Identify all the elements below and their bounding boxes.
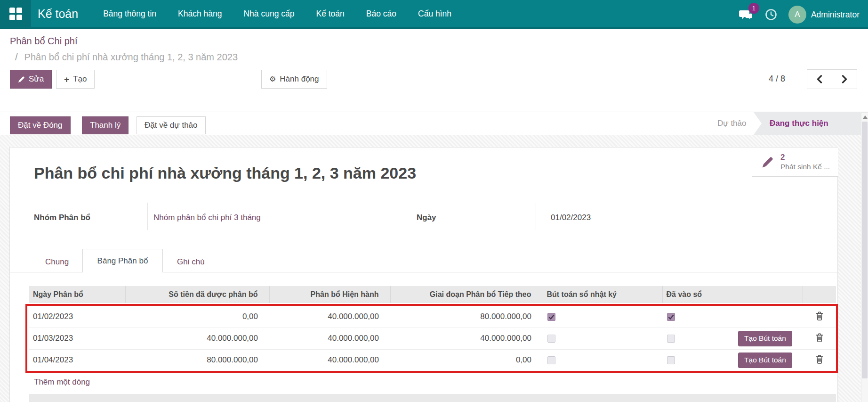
record-title: Phân bổ chi phí nhà xưởng tháng 1, 2, 3 … [34, 164, 416, 182]
col-header-posted: Đã vào sổ [662, 286, 728, 303]
table-row[interactable]: 01/02/2023 0,00 40.000.000,00 80.000.000… [29, 306, 836, 328]
top-navbar: Kế toán Bảng thông tin Khách hàng Nhà cu… [0, 0, 868, 29]
form-statusbar: Đặt về Đóng Thanh lý Đặt về dự thảo Dự t… [0, 112, 868, 135]
journal-items-smart-button[interactable]: 2 Phát sinh Kế ... [752, 148, 838, 177]
col-header-allocated: Số tiền đã được phân bổ [125, 286, 269, 303]
delete-row-button[interactable] [815, 354, 824, 366]
navbar-right: 1 A Administrator [738, 0, 860, 29]
control-panel: Phân bổ Chi phí /Phân bổ chi phí nhà xưở… [0, 31, 868, 112]
date-label: Ngày [417, 213, 436, 222]
menu-accounting[interactable]: Kế toán [305, 0, 355, 27]
cell-allocated: 80.000.000,00 [125, 349, 269, 371]
liquidate-button[interactable]: Thanh lý [82, 116, 129, 134]
allocation-table-body: 01/02/2023 0,00 40.000.000,00 80.000.000… [29, 306, 836, 371]
main-menu: Bảng thông tin Khách hàng Nhà cung cấp K… [92, 0, 462, 27]
cell-date: 01/04/2023 [29, 349, 125, 371]
delete-row-button[interactable] [815, 332, 824, 345]
action-menu-button[interactable]: ⚙ Hành động [261, 70, 327, 89]
state-running[interactable]: Đang thực hiện [754, 112, 868, 135]
apps-menu-button[interactable] [0, 0, 31, 28]
vertical-scrollbar[interactable] [861, 113, 868, 402]
posted-checkbox[interactable] [667, 356, 675, 364]
avatar: A [788, 6, 806, 24]
cell-next: 40.000.000,00 [390, 328, 543, 349]
breadcrumb-parent[interactable]: Phân bổ Chi phí [10, 36, 77, 47]
set-to-closed-button[interactable]: Đặt về Đóng [10, 116, 71, 134]
pencil-icon [18, 76, 25, 83]
pager-next-button[interactable] [832, 69, 857, 89]
date-value: 01/02/2023 [551, 213, 591, 222]
cell-allocated: 40.000.000,00 [125, 328, 269, 349]
chevron-right-icon [841, 75, 848, 83]
chevron-left-icon [816, 75, 823, 83]
cell-current: 40.000.000,00 [269, 328, 390, 349]
cell-date: 01/02/2023 [29, 306, 125, 328]
user-menu[interactable]: A Administrator [788, 6, 860, 24]
smart-button-text: 2 Phát sinh Kế ... [780, 152, 830, 172]
trash-icon [816, 355, 823, 364]
plus-icon: + [64, 75, 69, 84]
smart-button-label: Phát sinh Kế ... [780, 162, 830, 171]
posted-checkbox[interactable] [667, 335, 675, 343]
pager-previous-button[interactable] [807, 69, 832, 89]
create-entry-button[interactable]: Tạo Bút toán [738, 353, 792, 368]
breadcrumb-separator: / [15, 52, 18, 62]
user-name: Administrator [811, 10, 860, 20]
add-line-link[interactable]: Thêm một dòng [34, 377, 90, 387]
breadcrumb-current: /Phân bổ chi phí nhà xưởng tháng 1, 2, 3… [15, 52, 238, 63]
table-row[interactable]: 01/03/2023 40.000.000,00 40.000.000,00 4… [29, 328, 836, 349]
odoo-screen: Kế toán Bảng thông tin Khách hàng Nhà cu… [0, 0, 868, 402]
activity-clock-icon[interactable] [765, 8, 777, 21]
col-header-journal-entry: Bút toán sổ nhật ký [543, 286, 662, 303]
scrollbar-thumb[interactable] [862, 122, 868, 378]
check-icon [668, 314, 674, 320]
posted-checkbox[interactable] [667, 313, 675, 321]
col-header-date: Ngày Phân bổ [29, 286, 125, 303]
cell-current: 40.000.000,00 [269, 306, 390, 328]
set-to-draft-button[interactable]: Đặt về dự thảo [137, 116, 206, 134]
pager [807, 69, 857, 89]
allocation-group-value[interactable]: Nhóm phân bổ chi phí 3 tháng [153, 213, 261, 222]
journal-entry-checkbox[interactable] [547, 313, 555, 321]
cell-next: 0,00 [390, 349, 543, 371]
next-section-strip [29, 394, 836, 402]
tab-general[interactable]: Chung [45, 257, 69, 267]
message-count-badge: 1 [748, 3, 759, 14]
journal-entry-checkbox[interactable] [547, 335, 555, 343]
gear-icon: ⚙ [269, 75, 276, 83]
pager-counter: 4 / 8 [769, 74, 785, 84]
field-separator [147, 203, 148, 230]
edit-button[interactable]: Sửa [10, 70, 52, 89]
col-header-delete [803, 286, 836, 303]
app-name[interactable]: Kế toán [38, 7, 78, 21]
journal-entry-checkbox[interactable] [547, 356, 555, 364]
cell-date: 01/03/2023 [29, 328, 125, 349]
menu-reports[interactable]: Báo cáo [355, 0, 407, 27]
messages-button[interactable]: 1 [738, 7, 754, 23]
trash-icon [816, 312, 823, 320]
allocation-group-label: Nhóm Phân bổ [34, 213, 90, 222]
create-entry-button[interactable]: Tạo Bút toán [738, 331, 792, 346]
col-header-current: Phân bổ Hiện hành [269, 286, 390, 303]
allocation-table-header: Ngày Phân bổ Số tiền đã được phân bổ Phâ… [29, 286, 836, 303]
field-separator [536, 203, 536, 230]
state-draft[interactable]: Dự thảo [717, 119, 746, 128]
smart-button-count: 2 [780, 152, 830, 162]
col-header-action [728, 286, 803, 303]
tab-allocation-table[interactable]: Bảng Phân bổ [82, 249, 163, 272]
delete-row-button[interactable] [815, 311, 824, 323]
cell-next: 80.000.000,00 [390, 306, 543, 328]
trash-icon [816, 333, 823, 342]
menu-dashboard[interactable]: Bảng thông tin [92, 0, 167, 27]
pencil-icon [762, 156, 774, 168]
cell-current: 40.000.000,00 [269, 349, 390, 371]
table-row[interactable]: 01/04/2023 80.000.000,00 40.000.000,00 0… [29, 349, 836, 371]
menu-configuration[interactable]: Cấu hình [407, 0, 462, 27]
apps-grid-icon [9, 8, 22, 20]
create-button[interactable]: + Tạo [56, 70, 95, 89]
menu-customers[interactable]: Khách hàng [167, 0, 233, 27]
check-icon [548, 314, 555, 320]
scrollbar-up-arrow[interactable] [863, 115, 868, 119]
tab-notes[interactable]: Ghi chú [177, 257, 205, 267]
menu-vendors[interactable]: Nhà cung cấp [233, 0, 305, 27]
